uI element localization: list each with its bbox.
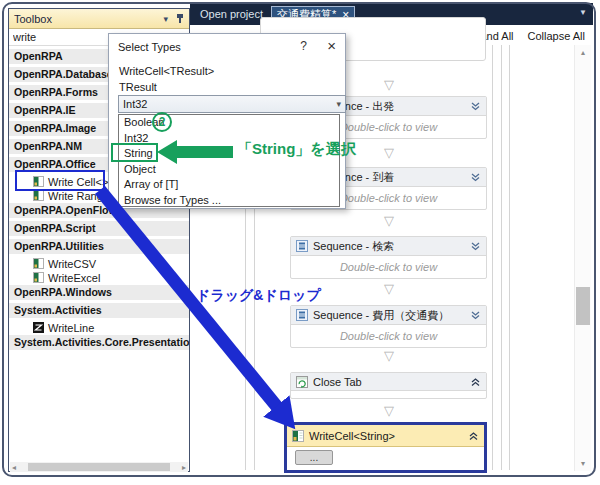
writecell-header[interactable]: WriteCell<String> — [287, 425, 484, 447]
toolbox-title-bar: Toolbox ▾ — [9, 9, 189, 29]
tab-open-project[interactable]: Open project — [190, 8, 271, 20]
select-types-dialog: Select Types ? × WriteCell<TResult> TRes… — [108, 33, 346, 209]
close-tab-title: Close Tab — [313, 376, 465, 388]
canvas-right-border — [492, 45, 493, 470]
excel-sheet-icon — [33, 258, 44, 269]
toolbox-title: Toolbox — [14, 13, 163, 25]
canvas-right-border-inner — [501, 45, 502, 470]
excel-sheet-icon — [292, 430, 304, 442]
flow-connector-arrow: ▽ — [380, 406, 398, 416]
sequence-icon — [296, 309, 308, 321]
sequence-collapsed-hint[interactable]: Double-click to view — [291, 256, 486, 278]
type-option-array[interactable]: Array of [T] — [119, 177, 339, 193]
canvas-right-border-outer — [509, 45, 510, 470]
select-string-annotation: 「String」を選択 — [237, 140, 356, 159]
sequence-title: Sequence - 費用（交通費） — [313, 308, 465, 323]
designer-vertical-scrollbar[interactable]: ▴ ▾ — [574, 45, 591, 471]
toolbox-category-script[interactable]: OpenRPA.Script — [9, 221, 189, 236]
sequence-icon — [296, 240, 308, 252]
screenshot-root: Open project 交通費精算* × ▼ Expand All Colla… — [0, 0, 600, 485]
type-parameter-label: TResult — [119, 81, 157, 93]
collapse-all-link[interactable]: Collapse All — [528, 30, 585, 42]
toolbox-category-windows[interactable]: OpenRPA.Windows — [9, 285, 189, 300]
excel-sheet-icon — [33, 190, 44, 201]
scrollbar-thumb[interactable] — [576, 287, 590, 325]
writeline-icon — [33, 322, 44, 333]
flow-connector-arrow: ▽ — [380, 284, 398, 294]
toolbox-item-label: WriteCSV — [48, 258, 96, 270]
toolbox-horizontal-scrollbar[interactable]: ◂ ▸ — [10, 462, 188, 472]
close-tab-body — [291, 391, 486, 399]
sequence-header[interactable]: Sequence - 費用（交通費） — [291, 306, 486, 325]
type-option-object[interactable]: Object — [119, 162, 339, 178]
scrollbar-thumb[interactable] — [28, 463, 170, 471]
pin-icon[interactable] — [176, 13, 184, 24]
toolbox-item-writeline[interactable]: WriteLine — [9, 321, 189, 334]
toolbox-item-writeexcel[interactable]: WriteExcel — [9, 271, 189, 284]
step-number-badge: 2 — [152, 112, 172, 132]
type-option-browse[interactable]: Browse for Types ... — [119, 193, 339, 209]
write-cell-highlight-box — [15, 170, 105, 191]
toolbox-item-label: Write Range — [48, 190, 109, 202]
window-menu-icon[interactable]: ▼ — [579, 8, 587, 17]
combobox-value: Int32 — [123, 98, 336, 110]
close-icon[interactable]: × — [327, 37, 336, 54]
toolbox-item-writecsv[interactable]: WriteCSV — [9, 257, 189, 270]
toolbox-item-label: WriteLine — [48, 322, 94, 334]
flow-connector-arrow: ▽ — [380, 351, 398, 361]
toolbox-category-utilities[interactable]: OpenRPA.Utilities — [9, 239, 189, 254]
window-position-icon[interactable]: ▾ — [163, 14, 168, 24]
close-tab-icon — [296, 376, 308, 388]
chevron-double-down-icon[interactable] — [470, 172, 481, 182]
scroll-left-icon[interactable]: ◂ — [12, 463, 16, 472]
sequence-title: Sequence - 検索 — [313, 239, 465, 254]
help-icon[interactable]: ? — [300, 39, 307, 53]
writecell-activity-selected[interactable]: WriteCell<String> ... — [284, 422, 487, 473]
close-tab-activity[interactable]: Close Tab — [290, 372, 487, 399]
chevron-double-down-icon[interactable] — [470, 101, 481, 111]
generic-type-label: WriteCell<TResult> — [119, 65, 214, 77]
toolbox-category-system-activities[interactable]: System.Activities — [9, 303, 189, 318]
writecell-ellipsis-button[interactable]: ... — [295, 450, 333, 465]
scroll-down-icon[interactable]: ▾ — [575, 459, 591, 468]
close-tab-header[interactable]: Close Tab — [291, 373, 486, 391]
flow-connector-arrow: ▽ — [380, 216, 398, 226]
excel-sheet-icon — [33, 272, 44, 283]
flow-connector-arrow: ▽ — [380, 148, 398, 158]
scroll-up-icon[interactable]: ▴ — [575, 48, 591, 57]
chevron-down-icon[interactable]: ▾ — [336, 99, 341, 109]
scroll-right-icon[interactable]: ▸ — [182, 463, 186, 472]
toolbox-item-label: WriteExcel — [48, 272, 100, 284]
dialog-title: Select Types — [118, 41, 181, 53]
sequence-activity-expense[interactable]: Sequence - 費用（交通費） Double-click to view — [290, 305, 487, 348]
writecell-title: WriteCell<String> — [309, 430, 463, 442]
toolbox-category-core-presentation[interactable]: System.Activities.Core.Presentation — [9, 335, 189, 350]
chevron-double-up-icon[interactable] — [470, 377, 481, 387]
sequence-collapsed-hint[interactable]: Double-click to view — [291, 325, 486, 347]
sequence-header[interactable]: Sequence - 検索 — [291, 237, 486, 256]
string-highlight-box — [111, 143, 158, 162]
sequence-activity-search[interactable]: Sequence - 検索 Double-click to view — [290, 236, 487, 279]
flow-connector-arrow: ▽ — [380, 80, 398, 90]
chevron-double-down-icon[interactable] — [470, 310, 481, 320]
chevron-double-up-icon[interactable] — [468, 431, 479, 441]
type-combobox[interactable]: Int32 ▾ — [118, 95, 346, 113]
chevron-double-down-icon[interactable] — [470, 241, 481, 251]
drag-drop-annotation: ドラッグ&ドロップ — [196, 287, 321, 305]
